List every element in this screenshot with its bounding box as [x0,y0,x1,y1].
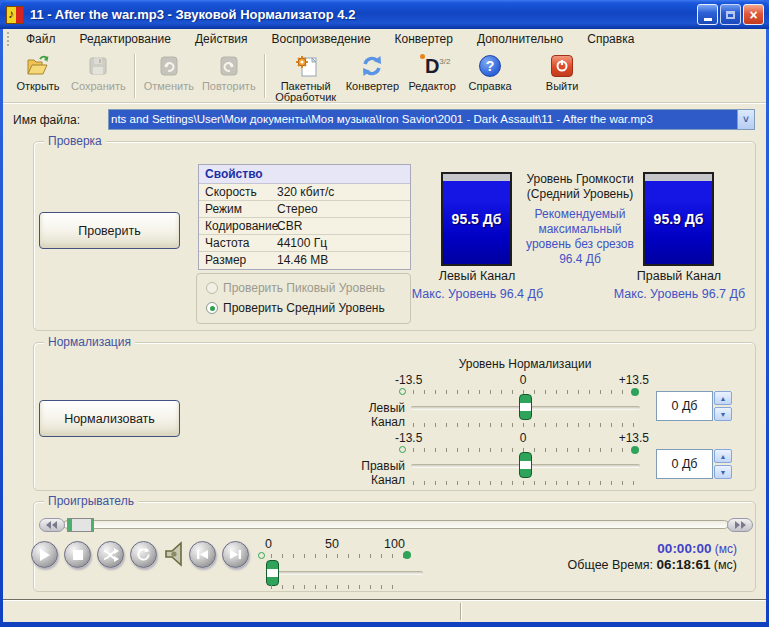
title-bar[interactable]: ♪ 11 - After the war.mp3 - Звуковой Норм… [0,0,769,29]
shuffle-icon [103,548,119,562]
right-meter-max: Макс. Уровень 96.7 Дб [607,287,752,301]
volume-info-line2: (Средний Уровень) [515,187,645,202]
editor-icon: D3/2 [425,53,439,79]
volume-slider-thumb[interactable] [266,560,279,586]
left-channel-slider-thumb[interactable] [519,394,532,420]
toolbar-separator [134,54,136,98]
seek-back-button[interactable] [39,518,65,532]
left-channel-db-value[interactable]: 0 Дб [656,391,713,421]
recommended-line2: максимальный [515,222,645,237]
spinner-down-icon[interactable]: ▼ [714,465,732,479]
tick-marks [271,554,404,558]
table-row: Размер14.46 MB [199,252,410,269]
total-time-unit: (мс) [714,558,737,572]
menu-converter[interactable]: Конвертер [383,30,465,48]
batch-processor-icon [293,53,319,79]
previous-track-button[interactable] [189,541,216,568]
properties-header: Свойство [199,165,410,184]
volume-max-label: 100 [384,537,405,551]
table-row: Скорость320 кбит/с [199,184,410,201]
toolbar-undo-button[interactable]: Отменить [140,52,198,93]
left-channel-meter: 95.5 Дб [441,172,512,266]
status-bar-separator [460,603,462,620]
toolbar-editor-button[interactable]: D3/2 Редактор [403,52,461,93]
converter-icon [360,53,384,79]
scale-max-marker-icon [631,388,639,396]
radio-icon [206,282,218,294]
spinner-up-icon[interactable]: ▲ [714,449,732,463]
shuffle-button[interactable] [97,541,124,568]
close-icon: × [749,8,757,22]
check-button[interactable]: Проверить [39,212,180,249]
right-channel-label: Правый Канал [333,459,405,487]
toolbar-converter-button[interactable]: Конвертер [342,52,403,93]
next-track-button[interactable] [222,541,249,568]
repeat-button[interactable] [130,541,157,568]
seek-forward-button[interactable] [727,518,753,532]
menu-playback[interactable]: Воспроизведение [260,30,383,48]
volume-mid-label: 50 [325,537,339,551]
volume-min-marker-icon [258,552,265,559]
play-icon [39,549,50,561]
spinner-down-icon[interactable]: ▼ [714,407,732,421]
maximize-button[interactable] [720,4,741,25]
scale-zero-label: 0 [513,373,533,387]
seek-track[interactable] [63,520,729,529]
menu-extra[interactable]: Дополнительно [465,30,575,48]
elapsed-time-unit: (мс) [715,542,737,556]
menu-edit[interactable]: Редактирование [68,30,183,48]
normalization-scale-title: Уровень Нормализации [375,357,675,371]
toolbar-exit-button[interactable]: Выйти [533,52,591,93]
app-icon[interactable]: ♪ [6,6,24,24]
toolbar-editor-label: Редактор [408,81,455,92]
normalize-group-title: Нормализация [44,335,135,349]
toolbar-separator [264,54,266,98]
seek-thumb[interactable] [67,518,94,532]
toolbar-redo-button[interactable]: Повторить [198,52,260,93]
tick-marks [271,585,402,589]
normalize-button[interactable]: Нормализовать [39,400,180,437]
scale-min-marker-icon [399,446,406,453]
toolbar: Открыть Сохранить Отменить Повторить [3,49,766,103]
chevron-down-icon[interactable]: ˅ [737,110,754,129]
player-group-title: Проигрыватель [44,494,138,508]
toolbar-save-button[interactable]: Сохранить [67,52,130,93]
close-button[interactable]: × [743,4,764,25]
menu-bar: Файл Редактирование Действия Воспроизвед… [3,29,766,49]
filename-row: Имя файла: nts and Settings\User\Мои док… [3,105,766,133]
menu-help[interactable]: Справка [575,30,646,48]
tick-marks [413,481,635,485]
menu-actions[interactable]: Действия [183,30,260,48]
minimize-button[interactable] [697,4,718,25]
toolbar-help-button[interactable]: ? Справка [461,52,519,93]
volume-button[interactable] [161,539,187,569]
filename-value[interactable]: nts and Settings\User\Мои документы\Моя … [109,110,737,129]
right-channel-db-value[interactable]: 0 Дб [656,449,713,479]
toolbar-redo-label: Повторить [202,81,256,92]
scale-min-marker-icon [399,388,406,395]
exit-icon [551,53,573,79]
radio-average-level[interactable]: Проверить Средний Уровень [206,301,385,315]
table-row: Частота44100 Гц [199,235,410,252]
scale-max-marker-icon [631,446,639,454]
spinner-up-icon[interactable]: ▲ [714,391,732,405]
toolbar-batch-label: Пакетный Обработчик [274,81,338,103]
play-button[interactable] [31,541,58,568]
filename-combobox[interactable]: nts and Settings\User\Мои документы\Моя … [108,109,755,130]
toolbar-save-label: Сохранить [71,81,126,92]
toolbar-batch-button[interactable]: Пакетный Обработчик [270,52,342,104]
volume-level-info: Уровень Громкости (Средний Уровень) Реко… [515,172,645,267]
toolbar-open-button[interactable]: Открыть [9,52,67,93]
music-note-icon: ♪ [8,8,14,20]
right-channel-meter: 95.9 Дб [643,172,714,266]
menu-file[interactable]: Файл [14,30,68,48]
toolbar-help-label: Справка [469,81,512,92]
right-channel-slider-thumb[interactable] [519,452,532,478]
radio-peak-level[interactable]: Проверить Пиковый Уровень [206,281,385,295]
volume-track[interactable] [273,571,423,575]
table-row: КодированиеCBR [199,218,410,235]
scale-min-label: -13.5 [395,373,435,387]
stop-button[interactable] [64,541,91,568]
scale-min-label: -13.5 [395,431,435,445]
save-icon [87,53,109,79]
